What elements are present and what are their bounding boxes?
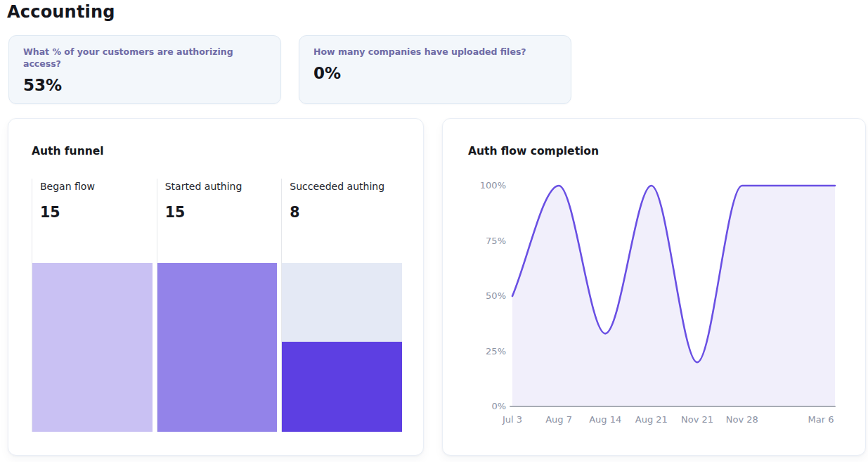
funnel-bar-fill [282,342,402,432]
funnel-column-header: Began flow15 [32,179,153,263]
y-tick-label: 50% [450,290,506,302]
funnel-column: Started authing15 [157,179,278,432]
stat-card-authorizing-access: What % of your customers are authorizing… [8,35,281,104]
stat-value: 0% [313,64,557,82]
funnel-bar-track [282,263,402,432]
funnel-column-label: Began flow [40,180,153,193]
auth-flow-completion-card: Auth flow completion 100%75%50%25%0% Jul… [442,118,866,456]
x-tick-label: Mar 6 [808,414,834,425]
stat-question: How many companies have uploaded files? [313,46,557,58]
y-tick-label: 100% [450,179,506,192]
funnel-bar-track [157,263,278,432]
funnel-bar-track [32,263,153,432]
x-tick-label: Jul 3 [503,414,522,425]
funnel-column: Succeeded authing8 [281,179,402,432]
x-tick-label: Aug 14 [589,414,621,425]
x-tick-label: Aug 7 [545,414,572,425]
funnel-column-label: Started authing [165,180,278,193]
stat-question: What % of your customers are authorizing… [23,46,266,70]
y-tick-label: 75% [450,235,506,248]
funnel-column-value: 15 [40,204,153,221]
completion-area-chart [512,186,835,406]
auth-funnel-chart: Began flow15Started authing15Succeeded a… [32,179,402,432]
funnel-column: Began flow15 [32,179,153,432]
auth-flow-completion-chart: 100%75%50%25%0% Jul 3Aug 7Aug 14Aug 21No… [443,119,865,455]
page-title: Accounting [7,2,115,22]
x-axis-line [510,406,836,407]
funnel-column-value: 8 [290,204,402,221]
auth-funnel-card: Auth funnel Began flow15Started authing1… [8,118,424,456]
funnel-bar-fill [32,263,153,432]
completion-area-fill [512,186,835,406]
y-tick-label: 25% [450,345,506,358]
funnel-bar-fill [157,263,278,432]
y-tick-label: 0% [450,400,506,413]
x-tick-label: Nov 28 [726,414,758,425]
x-tick-label: Aug 21 [635,414,668,425]
x-tick-label: Nov 21 [681,414,713,425]
funnel-column-header: Started authing15 [157,179,278,263]
funnel-column-header: Succeeded authing8 [282,179,402,263]
funnel-column-value: 15 [165,204,278,221]
stat-value: 53% [23,76,266,94]
funnel-column-label: Succeeded authing [290,180,402,193]
stat-card-uploaded-files: How many companies have uploaded files? … [299,35,571,104]
auth-funnel-title: Auth funnel [32,145,104,158]
